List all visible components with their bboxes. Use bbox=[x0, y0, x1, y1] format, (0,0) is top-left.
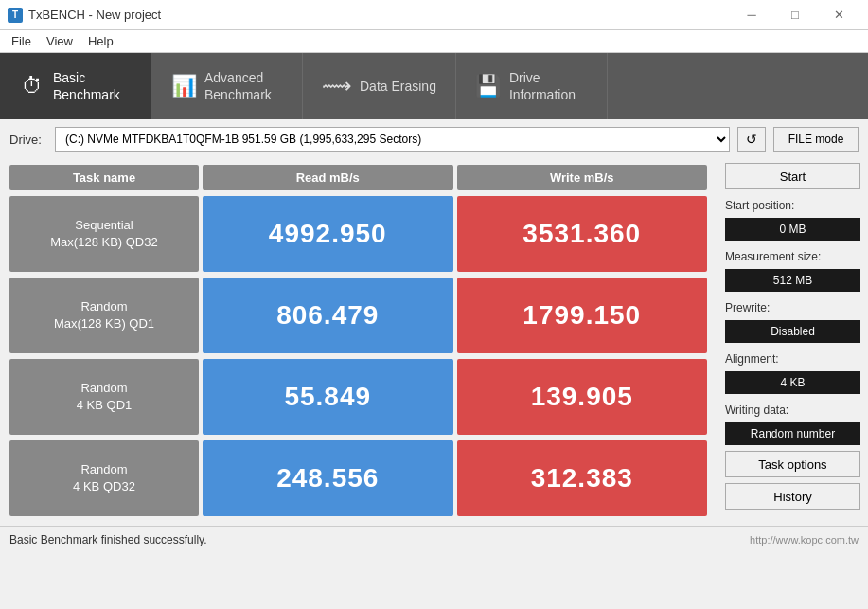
header-read: Read mB/s bbox=[203, 165, 453, 190]
alignment-value: 4 KB bbox=[725, 371, 860, 394]
data-erasing-label: Data Erasing bbox=[360, 78, 436, 95]
start-position-label: Start position: bbox=[725, 199, 860, 212]
task-options-button[interactable]: Task options bbox=[725, 451, 860, 477]
tab-data-erasing[interactable]: ⟿ Data Erasing bbox=[303, 53, 456, 119]
window-title: TxBENCH - New project bbox=[28, 8, 161, 22]
table-row: RandomMax(128 KB) QD1 806.479 1799.150 bbox=[9, 278, 707, 353]
tab-basic-benchmark[interactable]: ⏱ BasicBenchmark bbox=[0, 53, 151, 119]
drive-label: Drive: bbox=[9, 133, 47, 147]
basic-benchmark-label: BasicBenchmark bbox=[53, 69, 120, 103]
file-mode-button[interactable]: FILE mode bbox=[773, 127, 859, 152]
row-write-0: 3531.360 bbox=[457, 196, 708, 272]
advanced-benchmark-icon: 📊 bbox=[170, 74, 197, 99]
writing-data-value: Random number bbox=[725, 422, 860, 445]
row-write-3: 312.383 bbox=[457, 440, 708, 516]
prewrite-label: Prewrite: bbox=[725, 301, 860, 314]
start-position-value: 0 MB bbox=[725, 218, 860, 241]
status-url: http://www.kopc.com.tw bbox=[750, 534, 859, 546]
prewrite-value: Disabled bbox=[725, 320, 860, 343]
row-label-1: RandomMax(128 KB) QD1 bbox=[9, 278, 199, 353]
basic-benchmark-icon: ⏱ bbox=[19, 74, 45, 99]
data-erasing-icon: ⟿ bbox=[322, 74, 352, 99]
writing-data-label: Writing data: bbox=[725, 403, 860, 417]
benchmark-table: Task name Read mB/s Write mB/s Sequentia… bbox=[9, 165, 707, 516]
window-controls: ─ □ ✕ bbox=[730, 0, 860, 30]
measurement-size-label: Measurement size: bbox=[725, 250, 860, 263]
tab-drive-information[interactable]: 💾 DriveInformation bbox=[456, 53, 608, 119]
table-header: Task name Read mB/s Write mB/s bbox=[9, 165, 707, 190]
status-bar: Basic Benchmark finished successfully. h… bbox=[0, 526, 868, 552]
menu-bar: File View Help bbox=[0, 30, 868, 53]
header-write: Write mB/s bbox=[457, 165, 708, 190]
benchmark-panel: Task name Read mB/s Write mB/s Sequentia… bbox=[0, 155, 717, 526]
table-row: SequentialMax(128 KB) QD32 4992.950 3531… bbox=[9, 196, 707, 272]
row-write-2: 139.905 bbox=[457, 359, 708, 435]
start-button[interactable]: Start bbox=[725, 163, 860, 189]
drive-information-icon: 💾 bbox=[475, 74, 502, 99]
menu-file[interactable]: File bbox=[4, 31, 39, 52]
row-label-2: Random4 KB QD1 bbox=[9, 359, 199, 435]
settings-panel: Start Start position: 0 MB Measurement s… bbox=[717, 155, 868, 526]
maximize-button[interactable]: □ bbox=[773, 0, 817, 30]
tab-advanced-benchmark[interactable]: 📊 AdvancedBenchmark bbox=[151, 53, 303, 119]
row-read-1: 806.479 bbox=[203, 278, 453, 353]
drive-refresh-button[interactable]: ↺ bbox=[737, 127, 766, 152]
menu-view[interactable]: View bbox=[39, 31, 80, 52]
menu-help[interactable]: Help bbox=[80, 31, 121, 52]
measurement-size-value: 512 MB bbox=[725, 269, 860, 292]
history-button[interactable]: History bbox=[725, 483, 860, 510]
alignment-label: Alignment: bbox=[725, 352, 860, 366]
header-task: Task name bbox=[9, 165, 199, 190]
row-label-0: SequentialMax(128 KB) QD32 bbox=[9, 196, 199, 272]
drive-select[interactable]: (C:) NVMe MTFDKBA1T0QFM-1B 951.59 GB (1,… bbox=[55, 127, 730, 152]
table-row: Random4 KB QD1 55.849 139.905 bbox=[9, 359, 707, 435]
close-button[interactable]: ✕ bbox=[817, 0, 860, 30]
row-read-3: 248.556 bbox=[203, 440, 453, 516]
row-write-1: 1799.150 bbox=[457, 278, 708, 353]
app-icon: T bbox=[8, 8, 23, 23]
drive-information-label: DriveInformation bbox=[509, 69, 576, 103]
minimize-button[interactable]: ─ bbox=[730, 0, 773, 30]
row-read-2: 55.849 bbox=[203, 359, 453, 435]
toolbar: ⏱ BasicBenchmark 📊 AdvancedBenchmark ⟿ D… bbox=[0, 53, 868, 119]
status-message: Basic Benchmark finished successfully. bbox=[9, 533, 207, 546]
row-label-3: Random4 KB QD32 bbox=[9, 440, 199, 516]
title-bar: T TxBENCH - New project ─ □ ✕ bbox=[0, 0, 868, 30]
drive-row: Drive: (C:) NVMe MTFDKBA1T0QFM-1B 951.59… bbox=[0, 119, 868, 155]
row-read-0: 4992.950 bbox=[203, 196, 453, 272]
table-row: Random4 KB QD32 248.556 312.383 bbox=[9, 440, 707, 516]
advanced-benchmark-label: AdvancedBenchmark bbox=[204, 69, 272, 103]
title-bar-left: T TxBENCH - New project bbox=[8, 8, 161, 23]
